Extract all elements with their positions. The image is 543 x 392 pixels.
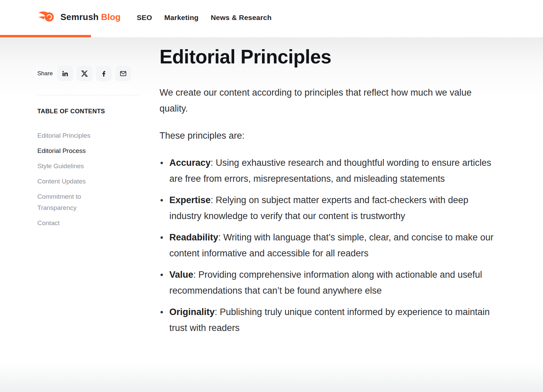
principle-separator: : [211,158,216,168]
page-body: Share T [0,37,543,392]
principle-term: Expertise [169,195,211,205]
bottom-fade [0,363,543,392]
share-x-button[interactable] [77,66,92,81]
header-accent-bar [0,35,91,37]
principle-item-expertise: Expertise: Relying on subject matter exp… [160,192,494,224]
toc-item-commitment-to-transparency[interactable]: Commitment to Transparency [37,189,109,215]
x-twitter-icon [81,70,88,77]
toc-list: Editorial Principles Editorial Process S… [37,128,109,231]
toc-item-style-guidelines[interactable]: Style Guidelines [37,158,109,174]
principle-term: Readability [169,232,218,242]
table-of-contents: TABLE OF CONTENTS Editorial Principles E… [37,108,109,231]
article-lead-in: These principles are: [160,128,494,144]
page-title: Editorial Principles [160,45,494,68]
principle-term: Accuracy [169,158,211,168]
principle-separator: : [215,307,220,317]
principle-description: Providing comprehensive information alon… [169,270,482,296]
principle-separator: : [211,195,216,205]
sidebar-divider [37,95,139,95]
nav-item-marketing[interactable]: Marketing [164,14,199,22]
brand-name: Semrush [60,12,99,22]
principle-item-value: Value: Providing comprehensive informati… [160,267,494,299]
principle-separator: : [193,270,199,280]
share-linkedin-button[interactable] [57,66,73,81]
share-label: Share [37,70,53,77]
toc-item-editorial-process[interactable]: Editorial Process [37,143,109,158]
principle-term: Value [169,270,193,280]
semrush-blog-logo[interactable]: Semrush Blog [38,8,120,26]
toc-item-editorial-principles[interactable]: Editorial Principles [37,128,109,143]
share-email-button[interactable] [115,66,131,81]
semrush-logo-icon [38,8,56,26]
site-header: Semrush Blog SEO Marketing News & Resear… [0,0,543,37]
nav-item-news-research[interactable]: News & Research [211,14,272,22]
main-nav: SEO Marketing News & Research [137,0,272,35]
share-row: Share [37,66,135,81]
principle-term: Originality [169,307,215,317]
toc-item-contact[interactable]: Contact [37,215,109,231]
principle-item-originality: Originality: Publishing truly unique con… [160,304,494,336]
principle-separator: : [218,232,223,242]
facebook-icon [100,70,108,77]
brand-suffix: Blog [101,12,121,22]
principle-item-readability: Readability: Writing with language that’… [160,230,494,261]
share-facebook-button[interactable] [96,66,112,81]
linkedin-icon [61,70,69,77]
toc-title: TABLE OF CONTENTS [37,108,109,115]
principles-list: Accuracy: Using exhaustive research and … [160,155,494,336]
principle-description: Using exhaustive research and thoughtful… [169,158,491,184]
nav-item-seo[interactable]: SEO [137,14,152,22]
email-icon [119,70,127,77]
article-intro: We create our content according to princ… [160,85,494,117]
principle-item-accuracy: Accuracy: Using exhaustive research and … [160,155,494,187]
article-content: Editorial Principles We create our conte… [160,37,494,341]
toc-item-content-updates[interactable]: Content Updates [37,174,109,189]
